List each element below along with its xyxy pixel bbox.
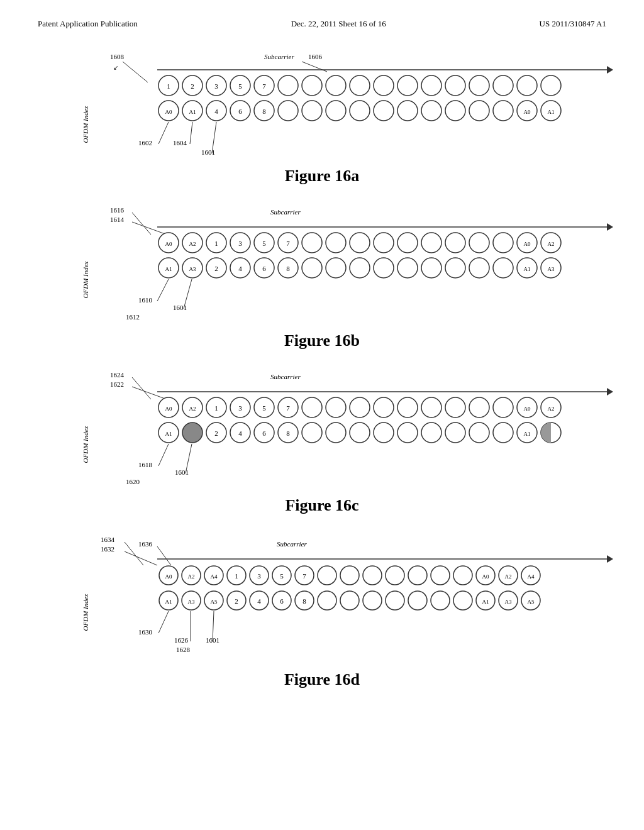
svg-text:A0: A0 [524, 406, 531, 412]
svg-text:A5: A5 [528, 599, 535, 605]
svg-point-81 [302, 233, 322, 253]
svg-point-170 [350, 423, 370, 443]
svg-point-83 [350, 233, 370, 253]
svg-text:A1: A1 [165, 431, 172, 437]
svg-text:4: 4 [238, 429, 242, 437]
svg-text:A1: A1 [165, 266, 172, 272]
svg-line-193 [157, 546, 171, 565]
svg-point-171 [374, 423, 394, 443]
svg-text:A0: A0 [165, 109, 172, 115]
svg-text:1: 1 [235, 572, 238, 580]
svg-point-48 [445, 101, 465, 121]
svg-point-148 [397, 397, 418, 418]
svg-text:1610: 1610 [138, 296, 153, 304]
svg-line-127 [132, 377, 151, 399]
svg-text:1634: 1634 [101, 536, 115, 543]
svg-text:8: 8 [303, 597, 306, 605]
svg-point-28 [493, 75, 513, 96]
svg-text:A1: A1 [189, 109, 196, 115]
svg-text:5: 5 [262, 404, 266, 412]
svg-point-144 [302, 397, 322, 418]
svg-text:6: 6 [280, 597, 284, 605]
svg-text:7: 7 [286, 240, 290, 247]
svg-text:4: 4 [257, 597, 261, 605]
svg-text:5: 5 [262, 240, 266, 247]
svg-text:2: 2 [214, 265, 218, 272]
svg-point-240 [363, 591, 382, 610]
svg-text:8: 8 [262, 108, 266, 115]
svg-point-239 [340, 591, 359, 610]
svg-point-216 [431, 566, 450, 585]
svg-text:Subcarrier: Subcarrier [270, 208, 301, 216]
svg-text:A0: A0 [524, 241, 531, 247]
svg-text:OFDM Index: OFDM Index [82, 106, 89, 143]
svg-text:↙: ↙ [113, 64, 118, 71]
svg-text:1628: 1628 [176, 646, 191, 653]
svg-line-183 [158, 444, 169, 466]
svg-text:6: 6 [238, 108, 242, 115]
svg-line-122 [184, 279, 192, 309]
svg-point-43 [326, 101, 346, 121]
svg-point-86 [421, 233, 441, 253]
svg-point-49 [469, 101, 489, 121]
svg-point-88 [469, 233, 489, 253]
svg-point-241 [386, 591, 404, 610]
svg-point-211 [318, 566, 336, 585]
svg-text:A1: A1 [548, 109, 555, 115]
svg-point-44 [350, 101, 370, 121]
page-header: Patent Application Publication Dec. 22, … [38, 19, 606, 29]
svg-point-109 [374, 258, 394, 278]
svg-point-176 [493, 423, 513, 443]
figure-16d: OFDM Index 1634 1632 1636 Subcarrier A0 … [38, 533, 606, 689]
svg-point-169 [326, 423, 346, 443]
svg-point-110 [397, 258, 418, 278]
svg-text:1630: 1630 [138, 628, 153, 636]
svg-text:Subcarrier: Subcarrier [264, 53, 294, 60]
svg-point-45 [374, 101, 394, 121]
svg-point-172 [397, 423, 418, 443]
svg-point-217 [453, 566, 472, 585]
svg-text:A1: A1 [165, 599, 172, 605]
svg-line-56 [158, 122, 169, 144]
svg-point-111 [421, 258, 441, 278]
header-left: Patent Application Publication [38, 19, 138, 29]
svg-text:5: 5 [280, 572, 284, 580]
svg-marker-8 [607, 66, 613, 74]
svg-point-146 [350, 397, 370, 418]
fig16d-svg: OFDM Index 1634 1632 1636 Subcarrier A0 … [75, 533, 616, 668]
svg-text:7: 7 [262, 82, 266, 90]
svg-point-173 [421, 423, 441, 443]
svg-point-114 [493, 258, 513, 278]
svg-point-22 [350, 75, 370, 96]
svg-text:2: 2 [235, 597, 238, 605]
svg-text:2: 2 [214, 429, 218, 437]
svg-text:6: 6 [262, 265, 266, 272]
svg-text:1626: 1626 [174, 636, 189, 644]
svg-marker-196 [607, 555, 613, 563]
svg-text:1601: 1601 [201, 148, 215, 156]
svg-point-84 [374, 233, 394, 253]
svg-line-64 [132, 213, 151, 235]
figure-16a: OFDM Index 1608 ↙ Subcarrier 1606 [38, 48, 606, 185]
svg-point-243 [431, 591, 450, 610]
fig16a-svg: OFDM Index 1608 ↙ Subcarrier 1606 [75, 48, 616, 164]
svg-text:A1: A1 [524, 431, 531, 437]
svg-text:A2: A2 [548, 406, 555, 412]
svg-point-24 [397, 75, 418, 96]
svg-text:A3: A3 [188, 599, 195, 605]
svg-text:1622: 1622 [110, 380, 124, 388]
svg-line-252 [158, 611, 169, 633]
figure-16b: OFDM Index 1616 1614 Subcarrier A0 A2 1 [38, 203, 606, 350]
svg-point-214 [386, 566, 404, 585]
svg-text:4: 4 [238, 265, 242, 272]
svg-point-108 [350, 258, 370, 278]
svg-point-174 [445, 423, 465, 443]
svg-text:5: 5 [238, 82, 242, 90]
svg-text:1636: 1636 [138, 540, 153, 548]
figure-16c: OFDM Index 1624 1622 Subcarrier A0 A2 1 … [38, 368, 606, 515]
svg-text:3: 3 [214, 82, 218, 90]
svg-point-89 [493, 233, 513, 253]
svg-line-192 [125, 551, 157, 565]
svg-point-175 [469, 423, 489, 443]
svg-text:1604: 1604 [173, 139, 187, 147]
